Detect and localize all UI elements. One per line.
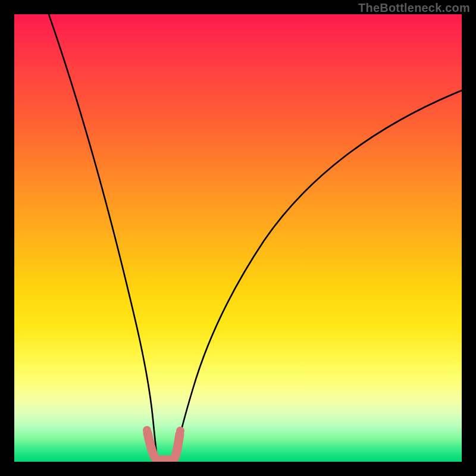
notch-left-dot [143,426,151,434]
watermark-text: TheBottleneck.com [358,1,470,15]
curve-layer [14,14,462,462]
notch-right [174,434,180,460]
chart-frame: TheBottleneck.com [0,0,476,476]
left-curve [49,14,157,458]
right-curve [175,90,462,458]
notch-right-dot [176,427,184,435]
plot-area [14,14,462,462]
